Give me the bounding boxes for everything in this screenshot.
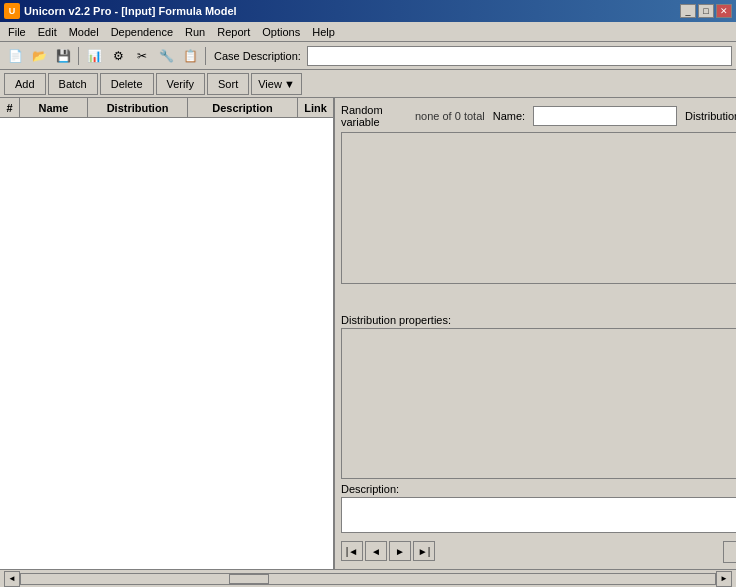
chart-button[interactable]: 📊 <box>83 45 105 67</box>
nav-next-button[interactable]: ► <box>389 541 411 561</box>
settings-button[interactable]: ⚙ <box>107 45 129 67</box>
scroll-right-button[interactable]: ► <box>716 571 732 587</box>
rv-canvas <box>341 132 736 284</box>
rv-count: none of 0 total <box>415 110 485 122</box>
menu-model[interactable]: Model <box>63 22 105 41</box>
menu-report[interactable]: Report <box>211 22 256 41</box>
menu-options[interactable]: Options <box>256 22 306 41</box>
batch-button[interactable]: Batch <box>48 73 98 95</box>
nav-buttons: |◄ ◄ ► ►| <box>341 541 435 561</box>
verify-button[interactable]: Verify <box>156 73 206 95</box>
tool2-button[interactable]: 🔧 <box>155 45 177 67</box>
title-controls: _ □ ✕ <box>680 4 732 18</box>
table-header: # Name Distribution Description Link <box>0 98 333 118</box>
description-label: Description: <box>341 483 736 495</box>
toolbar-separator-1 <box>78 47 79 65</box>
random-variable-label: Random variable <box>341 104 407 128</box>
menu-bar: File Edit Model Dependence Run Report Op… <box>0 22 736 42</box>
toolbar-separator-2 <box>205 47 206 65</box>
col-header-link: Link <box>298 98 333 117</box>
formula-plot-tabs: Formula Plot <box>341 288 736 310</box>
case-desc-label: Case Description: <box>210 50 305 62</box>
menu-edit[interactable]: Edit <box>32 22 63 41</box>
open-button[interactable]: 📂 <box>28 45 50 67</box>
toolbar: 📄 📂 💾 📊 ⚙ ✂ 🔧 📋 Case Description: <box>0 42 736 70</box>
description-input[interactable] <box>341 497 736 533</box>
menu-dependence[interactable]: Dependence <box>105 22 179 41</box>
col-header-name: Name <box>20 98 88 117</box>
nav-prev-button[interactable]: ◄ <box>365 541 387 561</box>
nav-first-button[interactable]: |◄ <box>341 541 363 561</box>
menu-run[interactable]: Run <box>179 22 211 41</box>
left-panel: # Name Distribution Description Link <box>0 98 335 569</box>
delete-button[interactable]: Delete <box>100 73 154 95</box>
minimize-button[interactable]: _ <box>680 4 696 18</box>
scroll-left-button[interactable]: ◄ <box>4 571 20 587</box>
view-button[interactable]: View ▼ <box>251 73 302 95</box>
save-button[interactable]: 💾 <box>52 45 74 67</box>
scrollbar[interactable] <box>20 573 716 585</box>
menu-help[interactable]: Help <box>306 22 341 41</box>
app-title: Unicorn v2.2 Pro - [Input] Formula Model <box>24 5 237 17</box>
rv-name-input[interactable] <box>533 106 677 126</box>
tool1-button[interactable]: ✂ <box>131 45 153 67</box>
menu-file[interactable]: File <box>2 22 32 41</box>
sort-button[interactable]: Sort <box>207 73 249 95</box>
col-header-hash: # <box>0 98 20 117</box>
view-arrow-icon: ▼ <box>284 78 295 90</box>
nav-last-button[interactable]: ►| <box>413 541 435 561</box>
right-panel: Random variable none of 0 total Name: Di… <box>335 98 736 569</box>
status-bar: ◄ ► <box>0 569 736 587</box>
scrollbar-thumb[interactable] <box>229 574 269 584</box>
close-button[interactable]: ✕ <box>716 4 732 18</box>
rv-section: Random variable none of 0 total Name: Di… <box>341 104 736 128</box>
distribution-props-label: Distribution properties: <box>341 314 736 326</box>
rv-distribution-label: Distribution: <box>685 110 736 122</box>
rv-add-button[interactable]: Add <box>723 541 736 563</box>
add-button[interactable]: Add <box>4 73 46 95</box>
col-header-distribution: Distribution <box>88 98 188 117</box>
col-header-description: Description <box>188 98 298 117</box>
title-bar: U Unicorn v2.2 Pro - [Input] Formula Mod… <box>0 0 736 22</box>
bottom-buttons: Add Delete <box>723 541 736 563</box>
main-content: # Name Distribution Description Link Ran… <box>0 98 736 569</box>
tool3-button[interactable]: 📋 <box>179 45 201 67</box>
distribution-props-area <box>341 328 736 480</box>
maximize-button[interactable]: □ <box>698 4 714 18</box>
table-body[interactable] <box>0 118 333 569</box>
action-bar: Add Batch Delete Verify Sort View ▼ <box>0 70 736 98</box>
rv-name-label: Name: <box>493 110 525 122</box>
case-desc-input[interactable] <box>307 46 732 66</box>
app-icon: U <box>4 3 20 19</box>
new-button[interactable]: 📄 <box>4 45 26 67</box>
